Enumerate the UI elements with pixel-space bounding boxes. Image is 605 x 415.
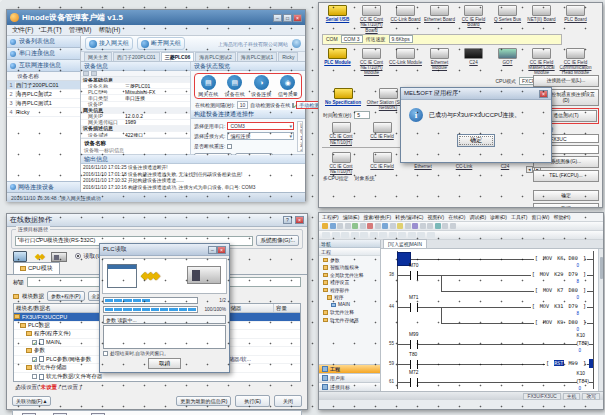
tab-device-2-active[interactable]: 三菱PLC06 bbox=[161, 52, 195, 61]
contact-symbol[interactable] bbox=[410, 340, 418, 349]
menu-compile[interactable]: 转换/编译(C) bbox=[395, 214, 423, 220]
gxworks-toolbar-ladder[interactable] bbox=[319, 231, 603, 240]
melsoft-titlebar[interactable]: MELSOFT 应用程序 × bbox=[401, 88, 551, 100]
cancel-button[interactable]: 取消 bbox=[533, 203, 599, 208]
pc-if-q-series-bus[interactable]: Q Series Bus bbox=[491, 5, 524, 33]
ok-button[interactable]: 确定 bbox=[533, 190, 599, 202]
instruction[interactable]: MOVK9D80 bbox=[534, 319, 587, 325]
online-close-button[interactable]: × bbox=[295, 216, 304, 224]
connection-path-list-button[interactable]: 连接路径一览(L)... bbox=[533, 75, 599, 87]
hinode-titlebar[interactable]: Hinode设备管理客户端 v1.5 – □ × bbox=[7, 10, 305, 25]
menu-tools[interactable]: 工具(T) bbox=[40, 26, 61, 35]
tree-item-device-comment[interactable]: 软元件注释 bbox=[319, 309, 380, 317]
tab-device-5[interactable]: Ricky bbox=[278, 52, 298, 61]
menu-tool[interactable]: 工具(T) bbox=[511, 214, 527, 220]
menu-file[interactable]: 文件(F) bbox=[12, 26, 33, 35]
co-ccie-field[interactable]: CC IE Field bbox=[362, 152, 402, 169]
plc-read-min-button[interactable]: – bbox=[208, 246, 217, 254]
pc-if-ethernet-board[interactable]: Ethernet Board bbox=[423, 5, 456, 33]
route-ccie-field[interactable]: CC IE Field bbox=[362, 122, 402, 145]
plc-if-cclink-module[interactable]: CC-Link Module bbox=[389, 48, 422, 76]
device-row[interactable]: 3海再PLC测试1 bbox=[7, 99, 80, 108]
tab-cpu-module[interactable]: CPU模块 bbox=[13, 262, 60, 274]
no-specification-item[interactable]: No Specification bbox=[321, 88, 365, 111]
tab-gateway-home[interactable]: 网关主页 bbox=[84, 52, 112, 61]
plc-if-plc-module[interactable]: PLC Module bbox=[321, 48, 354, 76]
minimize-button[interactable]: – bbox=[273, 14, 282, 22]
instruction[interactable]: MOVK6D80 bbox=[534, 255, 587, 261]
pc-if-cclink-board[interactable]: CC-Link Board bbox=[389, 5, 422, 33]
menu-manage[interactable]: 管理(M) bbox=[69, 26, 92, 35]
menu-debug[interactable]: 调试(B) bbox=[469, 214, 486, 220]
menu-help[interactable]: 帮助(H) bbox=[98, 26, 120, 35]
contact-symbol[interactable] bbox=[410, 271, 418, 280]
tab-device-4[interactable]: 海再PLC测试1 bbox=[237, 52, 278, 61]
menu-view[interactable]: 视图(V) bbox=[427, 214, 444, 220]
help-button[interactable]: ? bbox=[283, 216, 292, 224]
company-site-link[interactable]: 上海晶珩电子科技有限公司网站 bbox=[218, 41, 288, 47]
instruction[interactable]: MOVK31D79 bbox=[531, 303, 587, 309]
device-row[interactable]: 4Ricky bbox=[7, 108, 80, 117]
tab-device-1[interactable]: 西门子200PLC01 bbox=[113, 52, 160, 61]
menu-online[interactable]: 在线(O) bbox=[448, 214, 465, 220]
instruction[interactable]: MOVK7D80 bbox=[534, 287, 587, 293]
connect-mode-select[interactable]: 编程连接 bbox=[227, 132, 294, 140]
tree-item-pou[interactable]: 程序部件 bbox=[319, 286, 380, 294]
maximize-button[interactable]: □ bbox=[283, 14, 292, 22]
time-check-field[interactable]: 5 bbox=[354, 111, 370, 119]
plc-if-ccie-field-master[interactable]: CC IE Field Master/Local Module bbox=[525, 48, 558, 76]
device-row[interactable]: 1西门子200PLC01 bbox=[7, 81, 80, 90]
tree-item-device-memory[interactable]: 软元件存储器 bbox=[319, 316, 380, 324]
pc-if-net2-board[interactable]: NET(II) Board bbox=[525, 5, 558, 33]
pc-if-serial-usb[interactable]: Serial USB bbox=[321, 5, 354, 33]
plc-if-got[interactable]: GOT bbox=[491, 48, 524, 76]
plc-read-cancel-button[interactable]: 取消 bbox=[148, 358, 181, 369]
output-log[interactable]: 2016/11/10 17:01:25 设备连接通道断开! 2016/11/10… bbox=[81, 164, 305, 192]
menu-edit[interactable]: 编辑(E) bbox=[343, 214, 360, 220]
instruction[interactable]: MOVK29D79 bbox=[531, 271, 587, 277]
pc-if-ccie-cont-board[interactable]: CC IE Cont NET/10(H) Board bbox=[355, 5, 388, 33]
plc-if-c24[interactable]: C24 bbox=[457, 48, 490, 76]
menu-project[interactable]: 工程(P) bbox=[322, 214, 339, 220]
menu-help[interactable]: 帮助(H) bbox=[553, 214, 570, 220]
auto-detect-checkbox[interactable] bbox=[292, 103, 294, 108]
row-checkbox[interactable] bbox=[32, 357, 37, 362]
row-checkbox[interactable] bbox=[32, 340, 37, 345]
instruction[interactable]: RSTM99 bbox=[545, 360, 587, 366]
close-button[interactable]: × bbox=[293, 14, 302, 22]
ladder-doc-tab[interactable]: [写入监视]MAIN bbox=[383, 239, 427, 248]
tree-item-program-setting[interactable]: 程序设置 bbox=[319, 279, 380, 287]
related-functions-button[interactable]: 关联功能(F)▲ bbox=[12, 396, 51, 406]
ladder-editor[interactable]: MOVK6D80 0 38 M70 MOVK29D79 8 MOVK7D80 0… bbox=[381, 249, 603, 391]
interval-input[interactable]: 10 bbox=[237, 101, 249, 109]
sidebar-item-device-list[interactable]: 设备列表信息 bbox=[7, 36, 80, 48]
nav-tab-user-library[interactable]: 用户库 bbox=[319, 373, 380, 382]
plc-read-close-button[interactable]: × bbox=[217, 246, 226, 254]
device-row[interactable]: 2海再PLC测试2 bbox=[7, 90, 80, 99]
gxworks-toolbar-main[interactable] bbox=[319, 222, 603, 231]
connect-gateway-button[interactable]: 接入网关组 bbox=[85, 37, 133, 50]
nav-tab-connection[interactable]: 连接目标 bbox=[319, 382, 380, 391]
tree-item-program[interactable]: 程序 bbox=[319, 294, 380, 302]
project-section-bar[interactable]: 工程 bbox=[319, 248, 380, 256]
online-titlebar[interactable]: 在线数据操作 ? × bbox=[7, 214, 307, 227]
menu-find[interactable]: 搜索/替换(F) bbox=[363, 214, 391, 220]
refresh-button[interactable]: 更新为最新的信息(R) bbox=[176, 396, 231, 406]
tree-item-parameter[interactable]: 参数 bbox=[319, 256, 380, 264]
tel-button[interactable]: TEL (FXCPU)... bbox=[533, 170, 599, 182]
coil-symbol[interactable]: T80 bbox=[577, 340, 589, 346]
serial-port-select[interactable]: COM3 bbox=[227, 122, 294, 130]
tree-item-main[interactable]: MAIN bbox=[319, 301, 380, 309]
transfer-speed-field[interactable]: 9.6Kbps bbox=[389, 35, 413, 43]
result-listbox[interactable] bbox=[103, 325, 226, 349]
table-row[interactable]: 软元件数据/文件寄存器 bbox=[14, 373, 300, 382]
autoclose-checkbox[interactable] bbox=[103, 351, 108, 356]
pc-if-ccie-field-board[interactable]: CC IE Field Board bbox=[457, 5, 490, 33]
contact-symbol[interactable] bbox=[410, 303, 418, 312]
com-port-field[interactable]: COM 3 bbox=[341, 35, 363, 43]
menu-diagnostics[interactable]: 诊断(D) bbox=[490, 214, 507, 220]
sidebar-item-network-devices[interactable]: 网络连接设备 bbox=[7, 181, 80, 192]
row-checkbox[interactable] bbox=[32, 374, 37, 379]
plc-if-ccie-field-head[interactable]: CC IE Field Communication Head Module bbox=[559, 48, 592, 76]
tree-item-global-comment[interactable]: 全局软元件注释 bbox=[319, 271, 380, 279]
